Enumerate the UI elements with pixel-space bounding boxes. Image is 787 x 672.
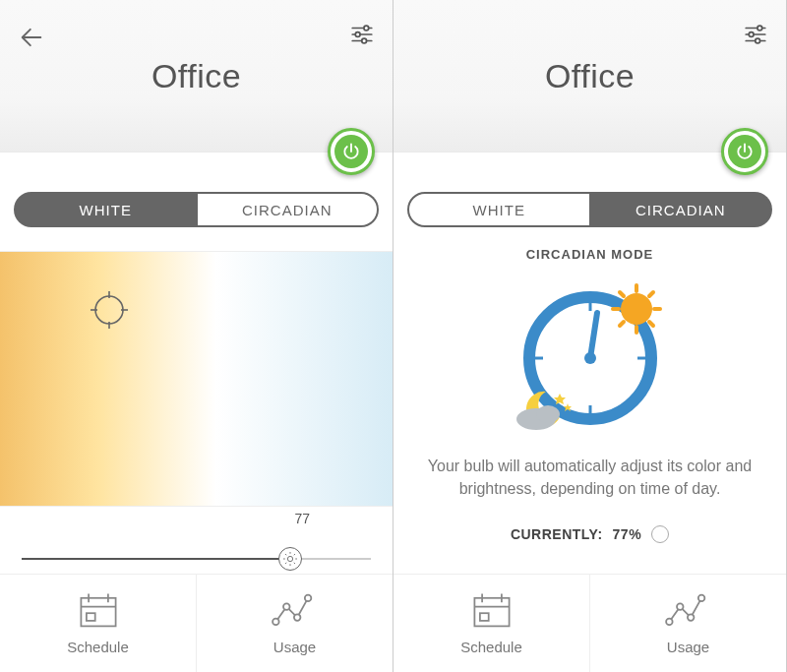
calendar-icon xyxy=(77,591,120,631)
brightness-value: 77 xyxy=(294,511,310,526)
svg-point-5 xyxy=(362,38,367,43)
color-temperature-picker[interactable] xyxy=(0,251,393,507)
nav-usage-label: Usage xyxy=(273,639,316,655)
svg-line-17 xyxy=(294,563,295,564)
brightness-icon xyxy=(283,552,297,566)
crosshair-icon xyxy=(89,289,130,331)
circadian-illustration xyxy=(507,270,674,437)
svg-point-25 xyxy=(272,619,279,626)
brightness-slider[interactable]: 77 xyxy=(0,507,393,560)
calendar-icon xyxy=(470,591,514,631)
currently-value: 77% xyxy=(613,526,642,542)
room-title: Office xyxy=(0,0,393,95)
header: Office xyxy=(0,0,393,153)
slider-track xyxy=(22,558,371,560)
svg-rect-55 xyxy=(474,598,509,627)
svg-rect-59 xyxy=(479,613,488,621)
currently-color-swatch xyxy=(651,525,669,543)
svg-rect-20 xyxy=(81,598,115,627)
svg-point-26 xyxy=(283,603,290,610)
back-button[interactable] xyxy=(18,24,45,51)
svg-point-63 xyxy=(697,595,704,602)
color-picker-handle[interactable] xyxy=(89,289,130,331)
svg-point-54 xyxy=(536,405,560,423)
room-title: Office xyxy=(394,0,786,95)
arrow-left-icon xyxy=(18,24,45,51)
svg-point-1 xyxy=(364,26,369,31)
svg-line-50 xyxy=(649,292,653,296)
panel-circadian-mode: Office WHITE CIRCADIAN CIRCADIAN MODE xyxy=(394,0,787,672)
svg-point-32 xyxy=(749,32,754,37)
nav-usage-label: Usage xyxy=(667,639,709,655)
svg-line-47 xyxy=(620,292,624,296)
currently-row: CURRENTLY: 77% xyxy=(421,525,758,543)
header: Office xyxy=(394,0,786,153)
tab-circadian[interactable]: CIRCADIAN xyxy=(198,192,380,227)
nav-usage[interactable]: Usage xyxy=(197,575,393,672)
svg-point-42 xyxy=(621,293,652,325)
svg-line-19 xyxy=(294,554,295,555)
slider-thumb[interactable] xyxy=(278,547,302,571)
panel-white-mode: Office WHITE CIRCADIAN 77 xyxy=(0,0,394,672)
sliders-icon xyxy=(349,22,375,47)
power-icon xyxy=(735,142,755,161)
nav-usage[interactable]: Usage xyxy=(590,575,786,672)
tab-white[interactable]: WHITE xyxy=(14,192,198,227)
sliders-icon xyxy=(743,22,768,47)
svg-point-27 xyxy=(293,614,300,621)
svg-point-6 xyxy=(95,296,123,324)
settings-button[interactable] xyxy=(743,22,768,47)
svg-point-41 xyxy=(584,352,596,364)
settings-button[interactable] xyxy=(349,22,375,47)
svg-rect-24 xyxy=(86,613,94,621)
clock-sun-moon-icon xyxy=(507,270,674,437)
tab-white[interactable]: WHITE xyxy=(407,192,591,227)
svg-point-3 xyxy=(355,32,360,37)
svg-point-61 xyxy=(677,603,684,610)
nav-schedule[interactable]: Schedule xyxy=(0,575,197,672)
svg-point-28 xyxy=(304,595,311,602)
circadian-info: CIRCADIAN MODE xyxy=(394,237,786,543)
bottom-nav: Schedule Usage xyxy=(0,574,393,672)
svg-line-48 xyxy=(649,322,653,326)
power-button[interactable] xyxy=(721,128,768,175)
nav-schedule[interactable]: Schedule xyxy=(394,575,590,672)
nav-schedule-label: Schedule xyxy=(67,639,129,655)
svg-point-30 xyxy=(757,26,762,31)
circadian-heading: CIRCADIAN MODE xyxy=(421,247,758,262)
svg-point-62 xyxy=(687,614,694,621)
svg-point-60 xyxy=(666,619,673,626)
graph-icon xyxy=(272,591,319,631)
power-button[interactable] xyxy=(328,128,375,175)
graph-icon xyxy=(665,591,712,631)
currently-label: CURRENTLY: xyxy=(511,526,603,542)
svg-line-18 xyxy=(285,563,286,564)
tab-circadian[interactable]: CIRCADIAN xyxy=(591,192,773,227)
svg-line-16 xyxy=(285,554,286,555)
bottom-nav: Schedule Usage xyxy=(394,574,786,672)
svg-point-11 xyxy=(288,556,293,561)
slider-fill xyxy=(22,558,290,560)
svg-point-34 xyxy=(756,38,760,43)
power-icon xyxy=(341,142,361,161)
svg-line-49 xyxy=(620,322,624,326)
nav-schedule-label: Schedule xyxy=(460,639,522,655)
circadian-description: Your bulb will automatically adjust its … xyxy=(421,455,758,500)
